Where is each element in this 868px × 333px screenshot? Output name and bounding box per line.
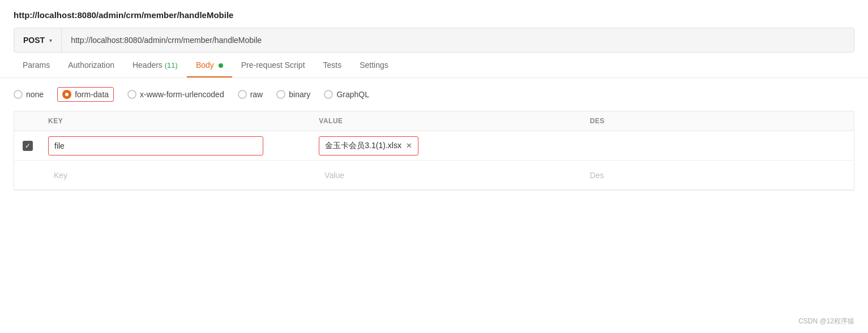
empty-checkbox-cell xyxy=(14,171,41,180)
headers-badge: (11) xyxy=(165,61,178,70)
empty-table-row: Key Value Des xyxy=(14,161,854,190)
radio-label-none: none xyxy=(26,90,44,99)
tab-tests[interactable]: Tests xyxy=(314,53,351,77)
value-cell: 金玉卡会员3.1(1).xlsx ✕ xyxy=(312,132,583,160)
radio-circle-form-data xyxy=(62,90,71,99)
radio-label-form-data: form-data xyxy=(75,90,109,99)
tabs-bar: Params Authorization Headers (11) Body P… xyxy=(0,53,868,78)
table-row: ✓ file 金玉卡会员3.1(1).xlsx ✕ xyxy=(14,131,854,161)
chevron-down-icon: ▾ xyxy=(49,37,52,44)
tab-params[interactable]: Params xyxy=(14,53,59,77)
tab-pre-request-script[interactable]: Pre-request Script xyxy=(232,53,314,77)
radio-x-www[interactable]: x-www-form-urlencoded xyxy=(127,90,224,99)
col-desc: DES xyxy=(583,111,854,131)
key-cell: file xyxy=(41,132,312,160)
body-active-dot xyxy=(219,63,223,68)
key-input[interactable]: file xyxy=(48,136,263,155)
row-checkbox-cell[interactable]: ✓ xyxy=(14,136,41,155)
radio-circle-binary xyxy=(276,90,285,99)
desc-cell xyxy=(583,141,854,150)
row-checkbox[interactable]: ✓ xyxy=(23,141,33,151)
radio-raw[interactable]: raw xyxy=(238,90,263,99)
radio-circle-graphql xyxy=(324,90,333,99)
checkbox-check-icon: ✓ xyxy=(25,142,31,149)
tab-settings[interactable]: Settings xyxy=(350,53,397,77)
method-label: POST xyxy=(23,36,45,45)
empty-desc-placeholder: Des xyxy=(590,171,604,180)
empty-key-cell[interactable]: Key xyxy=(41,162,312,189)
radio-circle-raw xyxy=(238,90,247,99)
value-chip: 金玉卡会员3.1(1).xlsx ✕ xyxy=(319,136,418,155)
radio-graphql[interactable]: GraphQL xyxy=(324,90,369,99)
empty-desc-cell: Des xyxy=(583,166,854,184)
empty-value-cell[interactable]: Value xyxy=(312,162,583,189)
empty-value-placeholder: Value xyxy=(319,166,576,184)
file-value-text: 金玉卡会员3.1(1).xlsx xyxy=(325,141,401,151)
radio-binary[interactable]: binary xyxy=(276,90,310,99)
title-bar: http://localhost:8080/admin/crm/member/h… xyxy=(0,0,868,28)
request-bar: POST ▾ xyxy=(14,28,854,53)
form-data-table: KEY VALUE DES ✓ file 金玉卡会员3.1(1).xlsx ✕ xyxy=(14,111,854,191)
page-title: http://localhost:8080/admin/crm/member/h… xyxy=(14,10,233,20)
radio-label-raw: raw xyxy=(250,90,263,99)
radio-label-graphql: GraphQL xyxy=(336,90,369,99)
col-checkbox xyxy=(14,111,41,131)
radio-label-x-www: x-www-form-urlencoded xyxy=(140,90,224,99)
method-selector[interactable]: POST ▾ xyxy=(14,28,62,52)
radio-circle-x-www xyxy=(127,90,136,99)
page-wrapper: http://localhost:8080/admin/crm/member/h… xyxy=(0,0,868,333)
radio-label-binary: binary xyxy=(289,90,310,99)
tab-authorization[interactable]: Authorization xyxy=(59,53,123,77)
radio-none[interactable]: none xyxy=(14,90,44,99)
radio-circle-none xyxy=(14,90,23,99)
tab-body[interactable]: Body xyxy=(187,53,232,77)
chip-close-icon[interactable]: ✕ xyxy=(406,141,412,150)
empty-key-placeholder: Key xyxy=(48,166,305,184)
url-input[interactable] xyxy=(62,36,854,45)
col-value: VALUE xyxy=(312,111,583,131)
col-key: KEY xyxy=(41,111,312,131)
body-type-row: none form-data x-www-form-urlencoded raw… xyxy=(0,78,868,111)
table-header: KEY VALUE DES xyxy=(14,111,854,131)
radio-form-data-wrapper[interactable]: form-data xyxy=(57,87,114,102)
tab-headers[interactable]: Headers (11) xyxy=(123,53,187,77)
watermark: CSDN @12程序猿 xyxy=(798,317,854,326)
